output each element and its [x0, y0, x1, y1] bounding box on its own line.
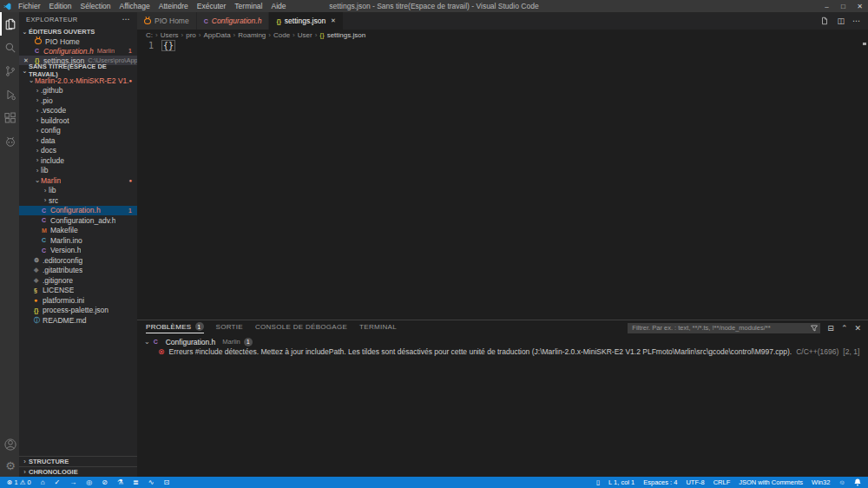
tab-problems[interactable]: PROBLÈMES 1: [146, 322, 204, 333]
problems-file-row[interactable]: ⌄ C Configuration.h Marlin 1: [137, 337, 868, 346]
pio-terminal-icon[interactable]: ⊡: [163, 478, 169, 486]
breadcrumb-segment[interactable]: C:: [146, 31, 153, 39]
timeline-section-header[interactable]: › CHRONOLOGIE: [19, 466, 137, 477]
tab-terminal[interactable]: TERMINAL: [359, 322, 397, 333]
tree-item-file[interactable]: C Configuration_adv.h: [19, 215, 137, 226]
tab-configuration-h[interactable]: C Configuration.h: [197, 12, 270, 30]
tab-pio-home[interactable]: PIO Home: [137, 12, 197, 30]
cursor-position[interactable]: L 1, col 1: [608, 478, 635, 486]
bell-icon[interactable]: [854, 478, 861, 486]
pio-monitor-icon[interactable]: ◎: [86, 478, 92, 486]
menu-executer[interactable]: Exécuter: [193, 2, 231, 10]
menu-affichage[interactable]: Affichage: [115, 2, 154, 10]
tree-item-file[interactable]: § LICENSE: [19, 286, 137, 296]
pio-serial-icon[interactable]: ∿: [148, 478, 155, 486]
minimap[interactable]: [862, 40, 868, 320]
problem-error-row[interactable]: ⊗ Erreurs #include détectées. Mettez à j…: [137, 346, 868, 357]
tree-item-file[interactable]: ◆ .gitignore: [19, 275, 137, 286]
tab-output[interactable]: SORTIE: [216, 322, 243, 333]
breadcrumb-segment[interactable]: Users: [161, 31, 179, 39]
close-icon[interactable]: ✕: [331, 17, 336, 24]
minimize-button[interactable]: –: [819, 3, 835, 10]
breadcrumb-file[interactable]: {} settings.json: [319, 31, 365, 39]
close-button[interactable]: ✕: [852, 3, 868, 10]
tree-item-file[interactable]: C Version.h: [19, 246, 137, 256]
tree-item-file[interactable]: {} process-palette.json: [19, 306, 137, 316]
pio-clean-icon[interactable]: ⊘: [102, 478, 108, 486]
search-icon[interactable]: [0, 36, 19, 59]
pio-upload-icon[interactable]: →: [69, 478, 76, 486]
close-panel-icon[interactable]: ✕: [854, 324, 861, 333]
extensions-icon[interactable]: [0, 106, 19, 129]
platform-indicator[interactable]: Win32: [812, 478, 830, 486]
workspace-header[interactable]: ⌄ SANS TITRE(ESPACE DE TRAVAIL): [19, 65, 137, 76]
menu-aide[interactable]: Aide: [266, 2, 290, 10]
explorer-icon[interactable]: [0, 12, 19, 36]
breadcrumb-segment[interactable]: User: [298, 31, 312, 39]
breadcrumb-segment[interactable]: Roaming: [238, 31, 266, 39]
errors-warnings-indicator[interactable]: ⊗ 1 ⚠ 0: [7, 478, 31, 486]
open-editor-configuration-h[interactable]: C Configuration.h Marlin 1: [19, 46, 137, 56]
open-settings-ui-icon[interactable]: [820, 16, 829, 25]
eol-indicator[interactable]: CRLF: [713, 478, 731, 486]
pio-build-icon[interactable]: ✓: [55, 478, 61, 486]
breadcrumb-segment[interactable]: Code: [273, 31, 290, 39]
pio-tasks-icon[interactable]: ≣: [133, 478, 139, 486]
tree-item-folder[interactable]: › lib: [19, 186, 137, 196]
more-actions-icon[interactable]: ⋯: [852, 16, 860, 25]
open-editor-pio-home[interactable]: PIO Home: [19, 36, 137, 46]
tree-item-folder[interactable]: › include: [19, 155, 137, 166]
tab-debug-console[interactable]: CONSOLE DE DÉBOGAGE: [255, 322, 347, 333]
pio-test-icon[interactable]: ⚗: [117, 478, 123, 486]
tree-item-folder-marlin[interactable]: ⌄ Marlin ●: [19, 175, 137, 186]
tree-item-folder[interactable]: › data: [19, 135, 137, 146]
menu-selection[interactable]: Sélection: [76, 2, 115, 10]
tree-item-folder[interactable]: › .vscode: [19, 106, 137, 116]
menu-edition[interactable]: Edition: [45, 2, 76, 10]
settings-gear-icon[interactable]: ⚙: [0, 455, 19, 477]
tree-item-file[interactable]: M Makefile: [19, 226, 137, 236]
tree-item-root[interactable]: ⌄ Marlin-2.0.x-MiniSKR-E2 V1.2 P... ●: [19, 76, 137, 86]
tree-item-configuration-h[interactable]: C Configuration.h 1: [19, 206, 137, 216]
platformio-icon[interactable]: [0, 129, 19, 153]
menu-atteindre[interactable]: Atteindre: [155, 2, 193, 10]
device-icon[interactable]: ▯: [596, 478, 600, 486]
indentation-indicator[interactable]: Espaces : 4: [643, 478, 677, 486]
tree-item-file[interactable]: ⓘ README.md: [19, 315, 137, 326]
menu-fichier[interactable]: Fichier: [14, 2, 45, 10]
tree-item-folder[interactable]: › .github: [19, 86, 137, 96]
tree-item-folder[interactable]: › buildroot: [19, 115, 137, 126]
tree-item-folder[interactable]: › src: [19, 195, 137, 206]
tree-item-folder[interactable]: › .pio: [19, 96, 137, 106]
more-actions-icon[interactable]: ⋯: [122, 15, 130, 23]
problems-filter-input[interactable]: [628, 323, 820, 333]
tab-settings-json[interactable]: {} settings.json ✕: [269, 12, 344, 30]
tree-item-folder[interactable]: › docs: [19, 146, 137, 156]
pio-home-icon[interactable]: ⌂: [41, 478, 45, 486]
account-icon[interactable]: [0, 433, 19, 455]
maximize-panel-icon[interactable]: ⌃: [841, 324, 848, 333]
tree-item-file[interactable]: ◆ .gitattributes: [19, 266, 137, 276]
outline-section-header[interactable]: › STRUCTURE: [19, 456, 137, 466]
run-debug-icon[interactable]: [0, 82, 19, 106]
split-editor-icon[interactable]: ◫: [837, 16, 845, 25]
open-editors-header[interactable]: ⌄ ÉDITEURS OUVERTS: [19, 26, 137, 36]
maximize-button[interactable]: □: [835, 3, 852, 10]
breadcrumb-segment[interactable]: pro: [186, 31, 196, 39]
tree-item-folder[interactable]: › lib: [19, 166, 137, 176]
code-editor[interactable]: 1 {}: [137, 40, 868, 320]
source-control-icon[interactable]: [0, 59, 19, 82]
tree-item-folder[interactable]: › config: [19, 126, 137, 136]
code-content[interactable]: {}: [161, 40, 175, 320]
breadcrumb[interactable]: C:› Users› pro› AppData› Roaming› Code› …: [137, 30, 868, 40]
feedback-icon[interactable]: ☺: [838, 478, 845, 486]
filter-funnel-icon[interactable]: [811, 325, 818, 332]
collapse-all-icon[interactable]: ⊟: [827, 324, 834, 333]
encoding-indicator[interactable]: UTF-8: [686, 478, 704, 486]
tree-item-file[interactable]: ⚙ .editorconfig: [19, 255, 137, 266]
breadcrumb-segment[interactable]: AppData: [203, 31, 230, 39]
language-mode[interactable]: JSON with Comments: [739, 478, 803, 486]
tree-item-file[interactable]: ● platformio.ini: [19, 295, 137, 306]
tree-item-file[interactable]: C Marlin.ino: [19, 235, 137, 246]
menu-terminal[interactable]: Terminal: [230, 2, 266, 10]
